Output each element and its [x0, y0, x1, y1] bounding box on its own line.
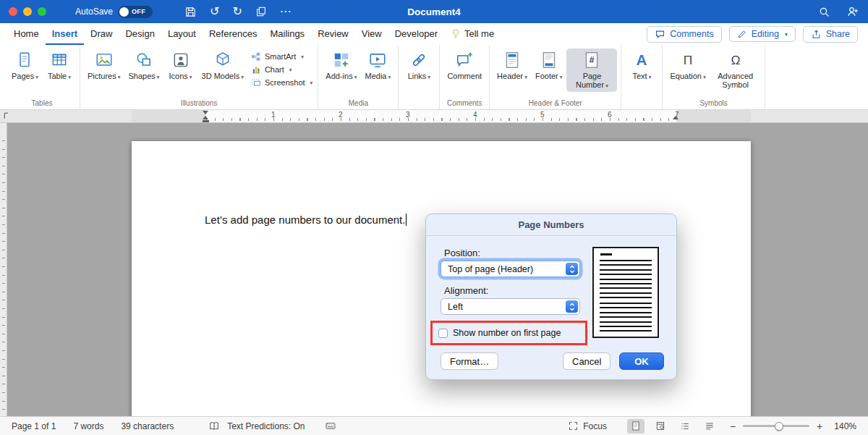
- left-indent-marker[interactable]: [203, 120, 209, 123]
- keyboard-icon[interactable]: [324, 421, 337, 431]
- focus-mode-icon[interactable]: [568, 421, 579, 431]
- minimize-button[interactable]: [23, 7, 32, 16]
- focus-mode-label[interactable]: Focus: [583, 421, 607, 431]
- titlebar: AutoSave OFF ↺ ↻ ⋯ Document4: [0, 0, 868, 23]
- equation-button[interactable]: Π Equation▾: [666, 48, 709, 83]
- page-number-button[interactable]: # Page Number▾: [566, 48, 617, 92]
- more-actions-icon[interactable]: ⋯: [280, 6, 292, 17]
- ruler-number: 5: [540, 111, 545, 119]
- header-button[interactable]: Header▾: [493, 48, 531, 83]
- save-icon[interactable]: [184, 6, 197, 18]
- tab-review[interactable]: Review: [311, 23, 355, 45]
- autosave-toggle[interactable]: OFF: [118, 6, 153, 18]
- zoom-slider-thumb[interactable]: [775, 422, 783, 431]
- tab-draw[interactable]: Draw: [84, 23, 119, 45]
- comments-button[interactable]: Comments: [647, 26, 721, 43]
- tab-layout[interactable]: Layout: [161, 23, 203, 45]
- add-ins-button[interactable]: Add-ins▾: [322, 48, 360, 83]
- undo-icon[interactable]: ↺: [210, 6, 219, 17]
- ok-button[interactable]: OK: [619, 352, 664, 370]
- word-count[interactable]: 7 words: [73, 421, 103, 431]
- ribbon-tab-bar: Home Insert Draw Design Layout Reference…: [0, 23, 868, 45]
- tab-home[interactable]: Home: [7, 23, 46, 45]
- hash-glyph: #: [590, 55, 595, 65]
- show-number-first-page-checkbox[interactable]: [438, 329, 448, 338]
- advanced-symbol-button[interactable]: Ω Advanced Symbol: [710, 48, 761, 92]
- format-button[interactable]: Format…: [441, 352, 498, 370]
- table-button[interactable]: Table▾: [43, 48, 76, 83]
- add-contact-icon[interactable]: [846, 5, 859, 18]
- zoom-level[interactable]: 140%: [834, 421, 856, 431]
- icons-button[interactable]: Icons▾: [164, 48, 197, 83]
- page-numbers-dialog: Page Numbers Position: Top of page (Head…: [425, 214, 677, 380]
- screenshot-button[interactable]: Screenshot ▾: [251, 77, 312, 88]
- group-label-illustrations: Illustrations: [84, 98, 314, 109]
- group-label-symbols: Symbols: [666, 98, 760, 109]
- page-number-icon: #: [582, 51, 601, 69]
- chart-icon: [251, 64, 261, 75]
- search-icon[interactable]: [818, 6, 830, 18]
- copy-icon[interactable]: [255, 6, 267, 17]
- position-dropdown[interactable]: Top of page (Header): [441, 261, 580, 277]
- links-button[interactable]: Links▾: [402, 48, 435, 83]
- web-layout-view-icon[interactable]: [652, 419, 669, 434]
- 3d-models-button[interactable]: 3D Models▾: [198, 48, 247, 83]
- ribbon-group-tables: Pages▾ Table▾ Tables: [4, 45, 80, 109]
- tab-references[interactable]: References: [203, 23, 263, 45]
- shapes-button[interactable]: Shapes▾: [124, 48, 163, 83]
- autosave-control: AutoSave OFF: [75, 6, 153, 18]
- header-icon: [503, 51, 522, 69]
- page-count[interactable]: Page 1 of 1: [12, 421, 56, 431]
- proofing-status-icon[interactable]: [208, 421, 220, 432]
- pictures-button[interactable]: Pictures▾: [84, 48, 124, 83]
- close-button[interactable]: [9, 7, 17, 16]
- comment-button[interactable]: Comment: [443, 48, 485, 83]
- first-line-indent-marker[interactable]: [203, 111, 208, 114]
- tab-insert[interactable]: Insert: [46, 23, 84, 45]
- tab-developer[interactable]: Developer: [388, 23, 444, 45]
- chevron-down-icon: ▾: [427, 74, 430, 80]
- zoom-in-icon[interactable]: +: [817, 421, 822, 432]
- tab-mailings[interactable]: Mailings: [263, 23, 311, 45]
- zoom-out-icon[interactable]: −: [730, 421, 736, 432]
- lightbulb-icon: [451, 28, 461, 39]
- media-button[interactable]: Media▾: [361, 48, 394, 83]
- outline-view-icon[interactable]: [676, 419, 694, 434]
- cancel-button[interactable]: Cancel: [563, 352, 610, 370]
- text-icon: A: [631, 51, 652, 69]
- chart-button[interactable]: Chart ▾: [251, 64, 312, 75]
- pencil-icon: [737, 29, 747, 39]
- share-button[interactable]: Share: [803, 26, 858, 43]
- smartart-button[interactable]: SmartArt ▾: [251, 51, 312, 62]
- character-count[interactable]: 39 characters: [121, 421, 174, 431]
- draft-view-icon[interactable]: [701, 419, 718, 434]
- text-button[interactable]: A Text▾: [625, 48, 658, 83]
- document-text[interactable]: Let’s add page numbers to our document.: [205, 214, 407, 226]
- chevron-down-icon: ▾: [703, 74, 706, 80]
- chevron-down-icon: ▾: [35, 74, 38, 80]
- hanging-indent-marker[interactable]: [203, 116, 208, 119]
- tab-design[interactable]: Design: [119, 23, 161, 45]
- chevron-down-icon: ▾: [289, 67, 292, 73]
- redo-icon[interactable]: ↻: [232, 6, 242, 17]
- right-indent-marker[interactable]: [673, 116, 678, 119]
- footer-button[interactable]: Footer▾: [532, 48, 566, 83]
- print-layout-view-icon[interactable]: [627, 419, 644, 434]
- editing-mode-button[interactable]: Editing ▾: [729, 26, 796, 42]
- tab-view[interactable]: View: [355, 23, 388, 45]
- fullscreen-button[interactable]: [38, 7, 46, 16]
- pages-button[interactable]: Pages▾: [8, 48, 42, 83]
- tab-stop-selector-icon[interactable]: [2, 111, 12, 123]
- alignment-dropdown[interactable]: Left: [441, 298, 580, 315]
- footer-icon: [540, 51, 558, 69]
- equation-icon: Π: [678, 51, 697, 69]
- ribbon-group-media: Add-ins▾ Media▾ Media: [318, 45, 399, 109]
- ruler-number: 2: [339, 111, 343, 119]
- chevron-down-icon: ▾: [605, 83, 608, 89]
- vertical-ruler: [0, 123, 7, 416]
- chevron-down-icon: ▾: [118, 74, 121, 80]
- tab-tell-me[interactable]: Tell me: [444, 23, 501, 45]
- text-predictions-toggle[interactable]: Text Predictions: On: [227, 421, 305, 431]
- zoom-slider[interactable]: [743, 425, 809, 427]
- dropdown-stepper-icon: [566, 263, 578, 275]
